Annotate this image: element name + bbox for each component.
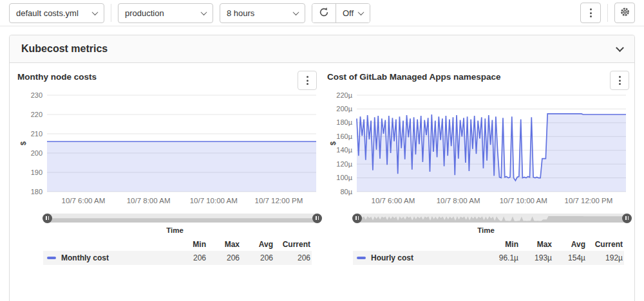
svg-text:140µ: 140µ (336, 146, 352, 154)
chevron-down-icon (92, 9, 99, 15)
kebab-menu-icon (619, 76, 621, 85)
legend-series-row[interactable]: Hourly cost96.1µ193µ154µ192µ (353, 251, 624, 265)
svg-text:180: 180 (31, 188, 43, 196)
legend-header-row: MinMaxAvgCurrent (353, 238, 624, 251)
panel-managed-apps-cost: Cost of GitLab Managed Apps namespace 22… (322, 63, 634, 265)
svg-text:$: $ (19, 141, 27, 145)
series-color-swatch (47, 257, 56, 259)
legend-stat-value: 206 (173, 253, 206, 262)
legend-stat-value: 206 (240, 253, 273, 262)
legend-stat-value: 193µ (518, 253, 552, 262)
legend-col-header: Avg (240, 240, 273, 249)
legend-col-header: Min (485, 240, 518, 249)
environment-select-value: production (125, 8, 164, 18)
svg-text:230: 230 (31, 91, 43, 99)
panel-group-header[interactable]: Kubecost metrics (10, 35, 634, 63)
settings-button[interactable] (614, 3, 635, 23)
svg-text:180µ: 180µ (336, 118, 352, 126)
slider-handle-right[interactable] (312, 214, 322, 223)
svg-text:200µ: 200µ (336, 105, 352, 113)
toolbar-divider (111, 4, 111, 22)
gear-icon (620, 6, 630, 19)
chart-title: Cost of GitLab Managed Apps namespace (327, 71, 501, 82)
dashboard-select[interactable]: default costs.yml (9, 3, 104, 23)
monthly-node-costs-chart[interactable]: 230220210200190180$10/7 6:00 AM10/7 8:00… (17, 91, 320, 212)
chart-more-button[interactable] (298, 71, 317, 90)
svg-text:10/7 6:00 AM: 10/7 6:00 AM (372, 197, 415, 205)
svg-text:10/7 6:00 AM: 10/7 6:00 AM (62, 197, 106, 205)
slider-preview (357, 214, 627, 223)
legend-stat-value: 96.1µ (485, 253, 518, 262)
svg-text:10/7 8:00 AM: 10/7 8:00 AM (437, 197, 480, 205)
series-color-swatch (357, 257, 366, 259)
slider-handle-right[interactable] (622, 214, 632, 223)
svg-text:200: 200 (31, 149, 43, 157)
kebab-menu-icon (590, 8, 592, 17)
x-axis-label: Time (343, 226, 629, 234)
panel-monthly-node-costs: Monthy node costs 230220210200190180$10/… (10, 63, 322, 265)
refresh-icon (319, 7, 329, 19)
svg-text:190: 190 (31, 169, 43, 176)
svg-text:120µ: 120µ (336, 160, 352, 168)
series-label: Hourly cost (371, 253, 413, 262)
refresh-button-group: Off (312, 3, 370, 23)
legend-col-header: Min (173, 240, 206, 249)
svg-text:100µ: 100µ (336, 174, 352, 181)
dashboard-select-value: default costs.yml (16, 8, 79, 18)
time-range-select[interactable]: 8 hours (220, 3, 305, 23)
legend-col-header: Max (206, 240, 240, 249)
time-range-select-value: 8 hours (227, 8, 254, 18)
svg-text:80µ: 80µ (340, 188, 352, 196)
legend-col-header: Current (273, 240, 312, 249)
svg-text:160µ: 160µ (336, 132, 352, 140)
svg-text:10/7 10:00 AM: 10/7 10:00 AM (500, 197, 547, 205)
chevron-down-icon (616, 44, 624, 52)
svg-text:10/7 10:00 AM: 10/7 10:00 AM (190, 197, 238, 205)
refresh-button[interactable] (312, 4, 336, 23)
section-title: Kubecost metrics (21, 43, 108, 55)
chevron-down-icon (201, 9, 207, 15)
legend-stat-value: 154µ (552, 253, 585, 262)
svg-text:10/7 8:00 AM: 10/7 8:00 AM (127, 197, 171, 205)
time-range-slider[interactable] (357, 214, 627, 223)
chart-more-button[interactable] (610, 71, 629, 90)
svg-text:210: 210 (31, 130, 43, 138)
series-label: Monthly cost (61, 253, 109, 262)
svg-text:220: 220 (31, 111, 43, 118)
legend-header-row: MinMaxAvgCurrent (43, 238, 312, 251)
legend-stat-value: 206 (206, 253, 240, 262)
toolbar-divider (607, 4, 608, 22)
slider-preview (47, 214, 317, 223)
refresh-interval-select[interactable]: Off (336, 4, 370, 23)
managed-apps-cost-chart[interactable]: 220µ200µ180µ160µ140µ120µ100µ80µ$10/7 6:0… (327, 91, 630, 212)
legend-series-row[interactable]: Monthly cost206206206206 (43, 251, 312, 265)
slider-handle-left[interactable] (43, 214, 52, 223)
chart-title: Monthy node costs (17, 71, 97, 82)
legend-stat-value: 206 (273, 253, 312, 262)
legend-stat-value: 192µ (585, 253, 624, 262)
svg-text:10/7 12:00 PM: 10/7 12:00 PM (564, 197, 612, 205)
filter-toolbar: default costs.yml production 8 hours Off (0, 0, 644, 26)
refresh-interval-value: Off (343, 8, 354, 18)
legend-col-header: Max (518, 240, 552, 249)
x-axis-label: Time (33, 226, 317, 234)
time-range-slider[interactable] (47, 214, 317, 223)
kubecost-metrics-card: Kubecost metrics Monthy node costs 23022… (9, 35, 635, 301)
legend-col-header: Current (585, 240, 624, 249)
environment-select[interactable]: production (118, 3, 213, 23)
svg-text:10/7 12:00 PM: 10/7 12:00 PM (254, 197, 303, 205)
chevron-down-icon (358, 9, 365, 15)
dashboard-actions-button[interactable] (580, 3, 601, 23)
panel-group-body: Monthy node costs 230220210200190180$10/… (10, 63, 634, 265)
legend-col-header: Avg (552, 240, 585, 249)
svg-text:220µ: 220µ (336, 91, 352, 99)
svg-text:$: $ (329, 141, 337, 145)
kebab-menu-icon (307, 76, 308, 85)
chevron-down-icon (293, 9, 299, 15)
chart-legend: MinMaxAvgCurrentMonthly cost206206206206 (43, 238, 312, 265)
chart-legend: MinMaxAvgCurrentHourly cost96.1µ193µ154µ… (353, 238, 624, 265)
slider-handle-left[interactable] (352, 214, 362, 223)
